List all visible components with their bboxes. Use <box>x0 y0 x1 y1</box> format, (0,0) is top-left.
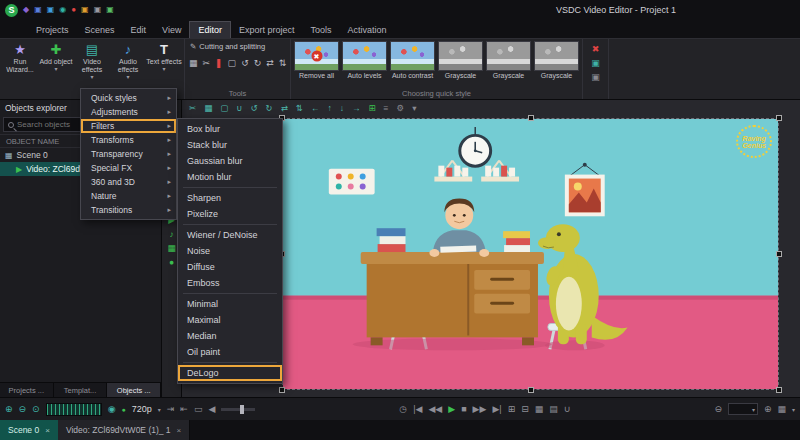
volume-knob[interactable] <box>240 405 244 414</box>
run-wizard-button[interactable]: ★ Run Wizard... <box>2 41 38 99</box>
tab-projects[interactable]: Projects ... <box>0 383 54 397</box>
tab-templates[interactable]: Templat... <box>54 383 108 397</box>
rotate-left-icon[interactable]: ↺ <box>250 103 257 113</box>
menu-item-filters[interactable]: Filters ▸ <box>81 119 176 133</box>
rewind-button[interactable]: ◀◀ <box>428 404 442 414</box>
menu-editor[interactable]: Editor <box>189 21 231 38</box>
add-image-icon[interactable]: ▦ <box>167 244 175 253</box>
submenu-item-noise[interactable]: Noise <box>178 243 282 259</box>
marker-in-icon[interactable]: ⇥ <box>167 404 175 414</box>
menu-item-360-3d[interactable]: 360 and 3D ▸ <box>81 175 176 189</box>
submenu-item-sharpen[interactable]: Sharpen <box>178 190 282 206</box>
submenu-item-stack-blur[interactable]: Stack blur <box>178 137 282 153</box>
crop-icon[interactable]: ▢ <box>228 58 237 68</box>
scissors-icon[interactable]: ✂ <box>189 103 196 113</box>
speaker-icon[interactable]: ◀ <box>208 404 215 414</box>
flip-vertical-icon[interactable]: ⇅ <box>296 103 303 113</box>
menu-item-transitions[interactable]: Transitions ▸ <box>81 203 176 217</box>
menu-scenes[interactable]: Scenes <box>77 22 123 38</box>
submenu-item-box-blur[interactable]: Box blur <box>178 121 282 137</box>
align-right-icon[interactable]: → <box>352 103 361 113</box>
submenu-item-motion-blur[interactable]: Motion blur <box>178 169 282 185</box>
rotate-right-icon[interactable]: ↻ <box>254 58 262 68</box>
video-frame[interactable]: Raving Genius <box>282 118 779 390</box>
magnet-icon[interactable]: ∪ <box>236 103 242 113</box>
align-bottom-icon[interactable]: ↓ <box>340 103 344 113</box>
menu-export-project[interactable]: Export project <box>231 22 303 38</box>
panel-icon-2[interactable]: ▣ <box>591 72 600 82</box>
timeline-zoom-dropdown[interactable]: ▾ <box>728 403 758 415</box>
menu-view[interactable]: View <box>154 22 189 38</box>
razor-icon[interactable]: ❚ <box>215 58 223 68</box>
go-to-end-button[interactable]: ▶| <box>492 404 501 414</box>
submenu-item-minimal[interactable]: Minimal <box>178 296 282 312</box>
zoom-out-scene-icon[interactable]: ⊖ <box>19 404 27 414</box>
work-area-icon[interactable]: ▭ <box>194 404 203 414</box>
grid-view-icon[interactable]: ▦ <box>535 404 544 414</box>
layout-icon[interactable]: ▦ <box>777 404 786 414</box>
zoom-fit-icon[interactable]: ⊙ <box>32 404 40 414</box>
snap-magnet-icon[interactable]: ∪ <box>564 404 571 414</box>
menu-list-icon[interactable]: ≡ <box>384 103 389 113</box>
close-icon[interactable]: × <box>177 426 182 435</box>
expand-timeline-icon[interactable]: ⊞ <box>508 404 516 414</box>
menu-item-transforms[interactable]: Transforms ▸ <box>81 133 176 147</box>
selection-handle[interactable] <box>776 387 782 393</box>
audio-waveform-preview[interactable] <box>46 403 102 416</box>
rotate-left-icon[interactable]: ↺ <box>241 58 249 68</box>
layout-caret-icon[interactable]: ▾ <box>792 406 795 413</box>
quick-access-icon-7[interactable]: ▣ <box>94 6 102 14</box>
flip-horizontal-icon[interactable]: ⇄ <box>266 58 274 68</box>
record-icon[interactable]: ◉ <box>108 404 116 414</box>
marker-out-icon[interactable]: ⇤ <box>180 404 188 414</box>
add-sprite-icon[interactable]: ● <box>169 258 174 267</box>
add-audio-icon[interactable]: ♪ <box>169 230 173 239</box>
tab-objects[interactable]: Objects ... <box>107 383 161 397</box>
menu-item-quick-styles[interactable]: Quick styles ▸ <box>81 91 176 105</box>
grid-icon[interactable]: ▦ <box>204 103 212 113</box>
stop-button[interactable]: ■ <box>461 404 466 414</box>
submenu-item-gaussian-blur[interactable]: Gaussian blur <box>178 153 282 169</box>
quick-access-icon-3[interactable]: ▣ <box>47 6 55 14</box>
quick-access-icon-4[interactable]: ◉ <box>59 6 66 14</box>
menu-item-special-fx[interactable]: Special FX ▸ <box>81 161 176 175</box>
submenu-item-median[interactable]: Median <box>178 328 282 344</box>
list-view-icon[interactable]: ▤ <box>549 404 558 414</box>
close-icon[interactable]: × <box>45 426 50 435</box>
submenu-item-oil-paint[interactable]: Oil paint <box>178 344 282 360</box>
play-button[interactable]: ▶ <box>448 404 455 414</box>
quick-access-icon-1[interactable]: ◆ <box>23 6 29 14</box>
volume-slider[interactable] <box>221 408 255 411</box>
selection-handle[interactable] <box>528 115 534 121</box>
submenu-item-delogo[interactable]: DeLogo <box>178 365 282 381</box>
scissors-icon[interactable]: ✂ <box>203 58 211 68</box>
menu-item-adjustments[interactable]: Adjustments ▸ <box>81 105 176 119</box>
submenu-item-emboss[interactable]: Emboss <box>178 275 282 291</box>
rotate-right-icon[interactable]: ↻ <box>266 103 273 113</box>
caret-icon[interactable]: ▾ <box>412 103 416 113</box>
panel-icon[interactable]: ▣ <box>591 58 600 68</box>
menu-tools[interactable]: Tools <box>302 22 339 38</box>
quick-access-icon-6[interactable]: ▣ <box>81 6 89 14</box>
selection-handle[interactable] <box>776 115 782 121</box>
submenu-item-diffuse[interactable]: Diffuse <box>178 259 282 275</box>
flip-vertical-icon[interactable]: ⇅ <box>279 58 287 68</box>
quick-access-icon-2[interactable]: ▣ <box>34 6 42 14</box>
menu-activation[interactable]: Activation <box>339 22 394 38</box>
selection-handle[interactable] <box>279 387 285 393</box>
resolution-caret-icon[interactable]: ▾ <box>158 406 161 413</box>
menu-projects[interactable]: Projects <box>28 22 77 38</box>
settings-gear-icon[interactable]: ⚙ <box>397 103 405 113</box>
resolution-value[interactable]: 720p <box>132 404 152 414</box>
fast-forward-button[interactable]: ▶▶ <box>473 404 487 414</box>
add-grid-icon[interactable]: ⊞ <box>368 103 375 113</box>
menu-item-transparency[interactable]: Transparency ▸ <box>81 147 176 161</box>
timeline-zoom-out-icon[interactable]: ⊖ <box>714 404 722 414</box>
selection-handle[interactable] <box>528 387 534 393</box>
crop-icon[interactable]: ▢ <box>220 103 228 113</box>
submenu-item-pixelize[interactable]: Pixelize <box>178 206 282 222</box>
collapse-timeline-icon[interactable]: ⊟ <box>521 404 529 414</box>
timeline-zoom-in-icon[interactable]: ⊕ <box>764 404 772 414</box>
quick-access-icon-5[interactable]: ● <box>71 6 76 14</box>
menu-item-nature[interactable]: Nature ▸ <box>81 189 176 203</box>
